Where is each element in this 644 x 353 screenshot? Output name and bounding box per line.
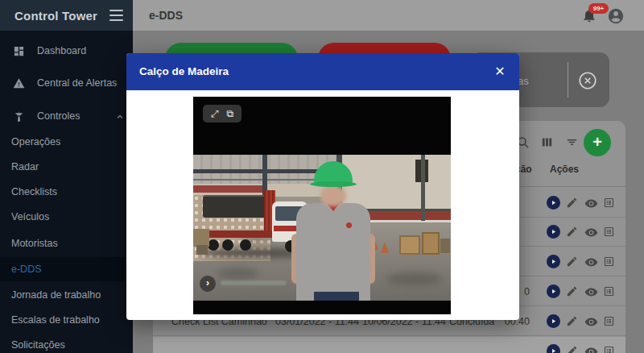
sidebar-subitem-label: Motoristas [11,238,58,249]
sidebar-subitem-label: Checklists [11,186,57,197]
sidebar-subitem-label: Radar [11,161,39,172]
account-avatar-icon[interactable] [607,7,625,25]
sidebar-subitem-label: Jornada de trabalho [11,289,101,301]
fullscreen-expand-icon[interactable]: ⤢ [211,108,219,119]
details-list-icon[interactable] [603,226,616,239]
filter-icon[interactable] [565,135,580,150]
sidebar-subitem-label: e-DDS [11,264,42,275]
view-eye-icon[interactable] [584,255,597,268]
play-icon[interactable] [547,344,560,353]
swap-image-icon[interactable]: ⧉ [226,108,233,119]
image-preview-modal: Calço de Madeira ✕ ⤢ ⧉ [126,53,519,320]
sidebar-item-checklists[interactable]: Checklists [0,180,133,204]
sidebar-subitem-label: Operações [11,136,60,147]
truck-cargo [203,195,267,218]
app-root: Control Tower Dashboard Central de Alert… [0,0,644,353]
image-toolbar: ⤢ ⧉ [203,105,242,123]
play-icon[interactable] [547,284,560,298]
view-eye-icon[interactable] [584,345,597,353]
sidebar-subitem-label: Escalas de trabalho [11,314,100,326]
sidebar-item-escalas-de-trabalho[interactable]: Escalas de trabalho [0,308,133,332]
watermark-text [221,280,287,285]
sidebar-item-radar[interactable]: Radar [0,155,133,179]
details-list-icon[interactable] [603,315,616,328]
sidebar-item-e-dds[interactable]: e-DDS [0,257,133,281]
traffic-cone [381,242,389,253]
sidebar-item-label: Controles [37,110,80,122]
edit-pencil-icon[interactable] [566,285,579,298]
wooden-crate [399,235,420,255]
edit-pencil-icon[interactable] [566,315,579,328]
photo-viewer: ⤢ ⧉ [193,97,451,314]
play-icon[interactable] [547,255,560,268]
dashboard-grid-icon [11,44,26,58]
modal-title: Calço de Madeira [139,65,229,77]
edit-pencil-icon[interactable] [566,197,579,210]
details-list-icon[interactable] [603,345,616,353]
view-eye-icon[interactable] [584,315,597,328]
toast-divider [568,62,568,98]
sidebar-item-solicitacoes[interactable]: Solicitações [0,333,133,353]
sidebar-header: Control Tower [0,0,133,31]
hamburger-menu-icon[interactable] [109,10,123,21]
wooden-crate [422,232,440,255]
play-icon[interactable] [547,314,560,328]
sidebar-item-label: Central de Alertas [37,77,117,89]
edit-pencil-icon[interactable] [566,345,579,353]
sidebar-subitem-label: Veículos [11,211,49,222]
add-button[interactable]: + [584,129,611,156]
edit-pencil-icon[interactable] [566,255,579,268]
sidebar-item-dashboard[interactable]: Dashboard [0,39,133,63]
warehouse-photo: › [193,155,451,301]
sidebar-item-motoristas[interactable]: Motoristas [0,231,133,255]
edit-pencil-icon[interactable] [566,226,579,239]
watermark-logo: › [200,276,216,292]
details-list-icon[interactable] [603,255,616,268]
modal-header: Calço de Madeira ✕ [126,53,519,90]
toast-dismiss-icon[interactable] [577,70,598,91]
worker-person [296,203,370,301]
toast-partial-text: as [518,75,529,87]
table-row[interactable] [153,337,625,353]
play-icon[interactable] [547,225,560,239]
sidebar-item-central-de-alertas[interactable]: Central de Alertas [0,71,133,95]
page-title: e-DDS [149,9,183,22]
close-icon[interactable]: ✕ [492,64,508,79]
sidebar-item-label: Dashboard [37,45,86,56]
details-list-icon[interactable] [603,285,616,298]
sidebar-item-jornada-de-trabalho[interactable]: Jornada de trabalho [0,283,133,307]
sidebar: Control Tower Dashboard Central de Alert… [0,0,133,353]
sidebar-item-veiculos[interactable]: Veículos [0,205,133,229]
view-eye-icon[interactable] [584,226,597,239]
control-tower-icon [11,109,26,123]
app-title: Control Tower [14,9,97,23]
sidebar-subitem-label: Solicitações [11,339,65,351]
column-header-acoes: Ações [550,164,579,175]
topbar: e-DDS 99+ [133,0,644,31]
columns-icon[interactable] [540,135,555,150]
sidebar-item-controles[interactable]: Controles [0,104,133,128]
play-icon[interactable] [547,196,560,210]
chevron-up-icon[interactable] [115,112,125,124]
details-list-icon[interactable] [603,197,616,210]
sidebar-item-operacoes[interactable]: Operações [0,130,133,154]
blurred-face [320,185,346,206]
view-eye-icon[interactable] [584,197,597,210]
warning-triangle-icon [11,76,26,90]
notification-badge: 99+ [588,3,609,14]
view-eye-icon[interactable] [584,285,597,298]
